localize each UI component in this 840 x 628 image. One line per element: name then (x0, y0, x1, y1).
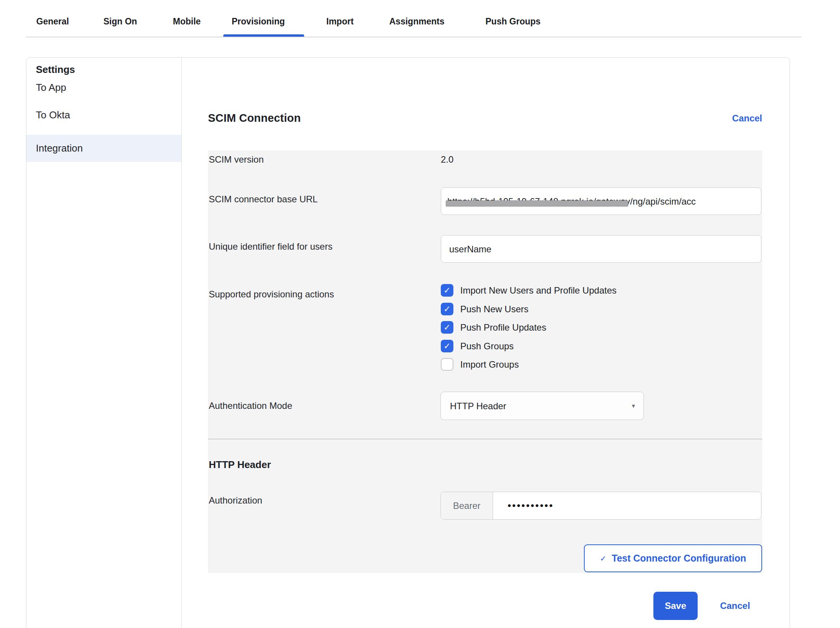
authorization-token-input[interactable]: •••••••••• (493, 492, 761, 520)
auth-mode-label: Authentication Mode (209, 400, 292, 412)
checkbox-push-new-users[interactable]: ✓ (441, 303, 453, 315)
tab-sign-on[interactable]: Sign On (103, 15, 137, 27)
app-tab-bar: General Sign On Mobile Provisioning Impo… (0, 0, 840, 38)
tab-mobile[interactable]: Mobile (173, 15, 201, 27)
save-button[interactable]: Save (653, 592, 698, 620)
checkbox-label: Import New Users and Profile Updates (460, 284, 617, 297)
base-url-input[interactable]: https://b5bd-195-19-67-148.ngrok.io/gate… (441, 187, 761, 215)
test-connector-label: Test Connector Configuration (612, 553, 746, 564)
redaction-bar (446, 200, 628, 207)
scim-version-label: SCIM version (209, 153, 264, 166)
check-icon: ✓ (443, 341, 450, 351)
unique-id-label: Unique identifier field for users (209, 241, 332, 253)
auth-mode-value: HTTP Header (450, 392, 506, 420)
checkbox-import-groups[interactable] (441, 358, 453, 371)
tab-provisioning[interactable]: Provisioning (232, 15, 285, 27)
provisioning-settings-panel: Settings To App To Okta Integration SCIM… (26, 57, 790, 628)
http-header-section-title: HTTP Header (209, 458, 271, 471)
scim-connection-form: SCIM version 2.0 SCIM connector base URL… (208, 150, 762, 573)
check-icon: ✓ (443, 323, 450, 332)
checkbox-label: Push New Users (460, 303, 529, 315)
cancel-link-top[interactable]: Cancel (732, 112, 762, 125)
tab-general[interactable]: General (36, 15, 69, 27)
authorization-input-group: Bearer •••••••••• (440, 492, 761, 520)
page-title: SCIM Connection (208, 110, 301, 126)
check-icon: ✓ (443, 286, 450, 295)
checkbox-label: Push Profile Updates (460, 321, 546, 334)
provisioning-actions-label: Supported provisioning actions (209, 288, 334, 300)
caret-down-icon: ▾ (632, 392, 635, 420)
unique-id-value: userName (449, 236, 492, 263)
scim-version-value: 2.0 (441, 153, 453, 166)
checkbox-push-profile-updates[interactable]: ✓ (441, 321, 453, 334)
tab-bar-divider (26, 37, 801, 37)
auth-mode-select[interactable]: HTTP Header ▾ (440, 392, 644, 420)
unique-id-input[interactable]: userName (441, 235, 761, 263)
settings-sidebar: Settings To App To Okta Integration (26, 58, 182, 628)
sidebar-item-to-okta[interactable]: To Okta (26, 102, 181, 129)
sidebar-item-to-app[interactable]: To App (26, 74, 181, 101)
tab-push-groups[interactable]: Push Groups (485, 15, 540, 27)
sidebar-item-integration[interactable]: Integration (26, 135, 181, 162)
tab-import[interactable]: Import (326, 15, 354, 27)
check-icon: ✓ (600, 554, 606, 563)
checkbox-label: Import Groups (460, 358, 519, 371)
check-icon: ✓ (443, 304, 450, 314)
checkbox-label: Push Groups (460, 340, 514, 352)
base-url-label: SCIM connector base URL (209, 193, 318, 205)
checkbox-push-groups[interactable]: ✓ (441, 340, 453, 352)
checkbox-import-new-users[interactable]: ✓ (441, 284, 453, 297)
test-connector-configuration-button[interactable]: ✓ Test Connector Configuration (584, 544, 762, 572)
section-divider (208, 439, 762, 439)
authorization-label: Authorization (209, 494, 262, 507)
cancel-button[interactable]: Cancel (705, 592, 766, 620)
tab-assignments[interactable]: Assignments (389, 15, 444, 27)
bearer-prefix: Bearer (441, 492, 493, 520)
